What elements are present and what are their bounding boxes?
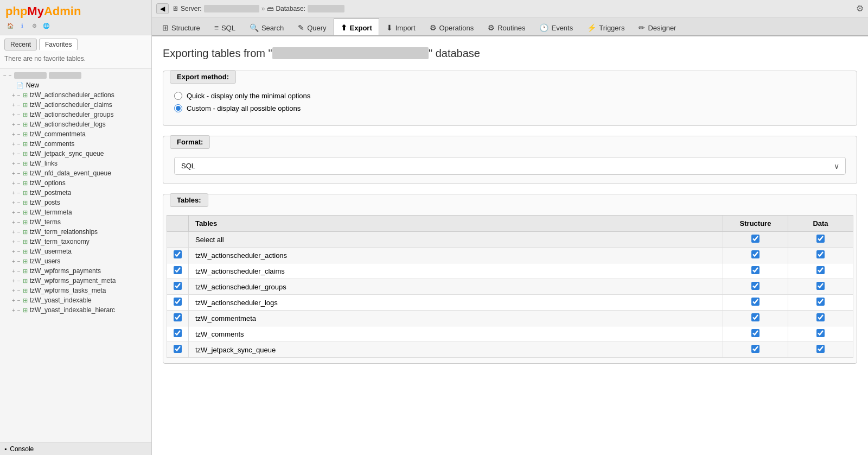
expand-plus[interactable]: + bbox=[12, 170, 15, 176]
sidebar-table-item[interactable]: + − ⊞ tzW_wpforms_payments bbox=[0, 266, 151, 276]
expand-minus[interactable]: − bbox=[17, 161, 21, 167]
sidebar-table-item[interactable]: + − ⊞ tzW_jetpack_sync_queue bbox=[0, 149, 151, 159]
expand-plus[interactable]: + bbox=[12, 131, 15, 137]
recent-tab[interactable]: Recent bbox=[4, 39, 37, 50]
globe-icon[interactable]: 🌐 bbox=[41, 21, 51, 30]
quick-radio[interactable] bbox=[174, 92, 182, 100]
tab-structure[interactable]: ⊞ Structure bbox=[155, 18, 207, 36]
structure-cb[interactable] bbox=[751, 313, 760, 321]
row-select-cb[interactable] bbox=[174, 345, 182, 353]
expand-plus[interactable]: + bbox=[12, 298, 15, 304]
expand-minus[interactable]: − bbox=[3, 73, 7, 79]
data-cb[interactable] bbox=[816, 298, 825, 306]
sidebar-table-item[interactable]: + − ⊞ tzW_wpforms_tasks_meta bbox=[0, 286, 151, 295]
data-cb[interactable] bbox=[816, 329, 825, 337]
expand-minus[interactable]: − bbox=[17, 180, 21, 186]
tab-import[interactable]: ⬇ Import bbox=[379, 18, 423, 36]
sidebar-table-item[interactable]: + − ⊞ tzW_actionscheduler_claims bbox=[0, 100, 151, 110]
select-all-structure-cb[interactable] bbox=[751, 235, 760, 243]
sidebar-table-item[interactable]: + − ⊞ tzW_actionscheduler_logs bbox=[0, 119, 151, 129]
row-select-cell[interactable] bbox=[167, 263, 189, 279]
expand-minus[interactable]: − bbox=[17, 131, 21, 137]
expand-plus[interactable]: + bbox=[12, 190, 15, 196]
quick-export-option[interactable]: Quick - display only the minimal options bbox=[174, 92, 846, 100]
sidebar-table-item[interactable]: + − ⊞ tzW_yoast_indexable_hierarc bbox=[0, 305, 151, 315]
expand-plus[interactable]: + bbox=[12, 180, 15, 186]
expand-plus[interactable]: + bbox=[12, 307, 15, 313]
back-button[interactable]: ◀ bbox=[156, 3, 169, 14]
row-select-cb[interactable] bbox=[174, 282, 182, 290]
data-cb-cell[interactable] bbox=[788, 263, 853, 279]
settings-icon[interactable]: ⚙ bbox=[29, 21, 39, 30]
sidebar-table-item[interactable]: + − ⊞ tzW_termmeta bbox=[0, 207, 151, 217]
tab-search[interactable]: 🔍 Search bbox=[242, 18, 291, 36]
data-cb[interactable] bbox=[816, 345, 825, 353]
expand-plus[interactable]: + bbox=[12, 278, 15, 284]
sidebar-table-item[interactable]: + − ⊞ tzW_wpforms_payment_meta bbox=[0, 276, 151, 286]
tab-routines[interactable]: ⚙ Routines bbox=[481, 18, 532, 36]
structure-cb[interactable] bbox=[751, 345, 760, 353]
row-select-cell[interactable] bbox=[167, 295, 189, 311]
expand-plus[interactable]: + bbox=[12, 288, 15, 294]
expand-minus[interactable]: − bbox=[17, 307, 21, 313]
sidebar-table-item[interactable]: + − ⊞ tzW_nfd_data_event_queue bbox=[0, 168, 151, 178]
expand-minus[interactable]: − bbox=[17, 210, 21, 216]
expand-plus[interactable]: + bbox=[12, 258, 15, 264]
sidebar-table-item[interactable]: + − ⊞ tzW_actionscheduler_actions bbox=[0, 90, 151, 100]
expand-plus[interactable]: + bbox=[12, 249, 15, 255]
sidebar-table-item[interactable]: + − ⊞ tzW_postmeta bbox=[0, 188, 151, 198]
expand-minus[interactable]: − bbox=[17, 219, 21, 225]
expand-minus[interactable]: − bbox=[17, 141, 21, 147]
row-select-cb[interactable] bbox=[174, 298, 182, 306]
row-select-cb[interactable] bbox=[174, 329, 182, 337]
data-cb-cell[interactable] bbox=[788, 248, 853, 263]
structure-cb[interactable] bbox=[751, 250, 760, 258]
sidebar-table-item[interactable]: + − ⊞ tzW_yoast_indexable bbox=[0, 295, 151, 305]
sidebar-table-item[interactable]: + − ⊞ tzW_users bbox=[0, 256, 151, 266]
data-cb[interactable] bbox=[816, 313, 825, 321]
expand-plus[interactable]: + bbox=[12, 122, 15, 128]
tab-export[interactable]: ⬆ Export bbox=[334, 18, 379, 36]
expand-plus[interactable]: + bbox=[12, 161, 15, 167]
info-icon[interactable]: ℹ bbox=[17, 21, 27, 30]
row-select-cb[interactable] bbox=[174, 250, 182, 258]
format-select[interactable]: SQLCSVCSV for MS ExcelMicrosoft Word 200… bbox=[174, 157, 846, 175]
structure-cb-cell[interactable] bbox=[723, 311, 788, 326]
structure-cb[interactable] bbox=[751, 298, 760, 306]
sidebar-table-item[interactable]: + − ⊞ tzW_usermeta bbox=[0, 247, 151, 256]
expand-minus[interactable]: − bbox=[17, 170, 21, 176]
select-all-data-cell[interactable] bbox=[788, 232, 853, 248]
expand-minus[interactable]: − bbox=[17, 102, 21, 108]
new-table-item[interactable]: 📄 New bbox=[0, 80, 151, 90]
expand-plus[interactable]: + bbox=[12, 219, 15, 225]
data-cb-cell[interactable] bbox=[788, 311, 853, 326]
custom-export-option[interactable]: Custom - display all possible options bbox=[174, 104, 846, 112]
structure-cb[interactable] bbox=[751, 282, 760, 290]
sidebar-table-item[interactable]: + − ⊞ tzW_actionscheduler_groups bbox=[0, 110, 151, 119]
row-select-cell[interactable] bbox=[167, 279, 189, 295]
expand-plus[interactable]: + bbox=[12, 200, 15, 206]
console-bar[interactable]: ▪ Console bbox=[0, 443, 151, 455]
sidebar-table-item[interactable]: + − ⊞ tzW_term_relationships bbox=[0, 227, 151, 237]
expand-plus[interactable]: + bbox=[12, 151, 15, 157]
tab-operations[interactable]: ⚙ Operations bbox=[423, 18, 481, 36]
sidebar-table-item[interactable]: + − ⊞ tzW_term_taxonomy bbox=[0, 237, 151, 247]
expand-minus[interactable]: − bbox=[17, 190, 21, 196]
expand-minus[interactable]: − bbox=[17, 122, 21, 128]
expand-minus[interactable]: − bbox=[17, 112, 21, 118]
expand-plus[interactable]: + bbox=[12, 112, 15, 118]
sidebar-table-item[interactable]: + − ⊞ tzW_options bbox=[0, 178, 151, 188]
expand-plus[interactable]: + bbox=[12, 92, 15, 98]
expand-minus[interactable]: − bbox=[17, 249, 21, 255]
sidebar-table-item[interactable]: + − ⊞ tzW_posts bbox=[0, 198, 151, 207]
row-select-cell[interactable] bbox=[167, 326, 189, 342]
structure-cb-cell[interactable] bbox=[723, 263, 788, 279]
settings-gear-icon[interactable]: ⚙ bbox=[856, 3, 864, 14]
tab-query[interactable]: ✎ Query bbox=[291, 18, 333, 36]
expand-plus[interactable]: + bbox=[12, 268, 15, 274]
structure-cb-cell[interactable] bbox=[723, 248, 788, 263]
select-all-data-cb[interactable] bbox=[816, 235, 825, 243]
expand-plus[interactable]: + bbox=[12, 239, 15, 245]
row-select-cell[interactable] bbox=[167, 342, 189, 358]
tab-triggers[interactable]: ⚡ Triggers bbox=[580, 18, 631, 36]
